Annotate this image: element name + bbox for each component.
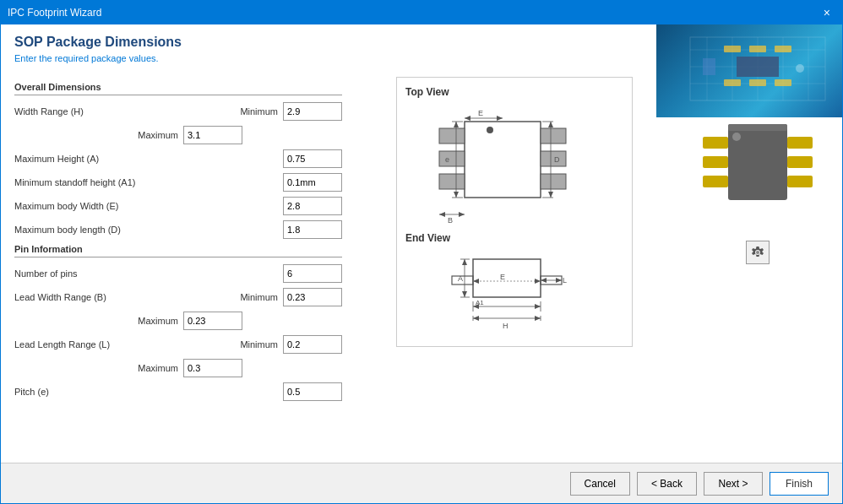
svg-text:D: D	[554, 155, 560, 164]
lead-length-min-input[interactable]	[283, 335, 342, 354]
svg-marker-30	[454, 192, 459, 198]
svg-rect-76	[703, 137, 728, 149]
svg-point-83	[732, 133, 741, 141]
max-body-width-row: Maximum body Width (E)	[14, 197, 342, 215]
num-pins-label: Number of pins	[14, 268, 283, 279]
svg-marker-44	[459, 212, 465, 217]
svg-marker-72	[541, 278, 547, 283]
end-view-diagram: A A1 H E	[405, 251, 608, 335]
svg-marker-57	[462, 259, 467, 265]
svg-rect-79	[787, 137, 813, 149]
back-button[interactable]: < Back	[637, 472, 697, 496]
cancel-button[interactable]: Cancel	[570, 472, 630, 496]
width-min-sublabel: Minimum	[232, 106, 283, 117]
svg-rect-18	[465, 122, 541, 198]
lead-length-row: Lead Length Range (L) Minimum	[14, 335, 342, 354]
max-body-width-input[interactable]	[283, 197, 342, 215]
svg-rect-20	[439, 151, 465, 166]
lead-width-row: Lead Width Range (B) Minimum	[14, 288, 342, 306]
svg-marker-58	[462, 291, 467, 297]
width-max-sublabel: Maximum	[133, 130, 183, 140]
max-body-length-label: Maximum body length (D)	[14, 225, 283, 235]
width-min-input[interactable]	[283, 102, 342, 121]
lead-length-max-row: Maximum	[14, 359, 342, 377]
page-subtitle: Enter the required package values.	[14, 53, 829, 63]
lead-width-min-input[interactable]	[283, 288, 342, 306]
svg-rect-46	[473, 259, 541, 297]
diagram-box: Top View	[396, 77, 633, 347]
svg-text:A: A	[458, 274, 463, 283]
svg-marker-53	[535, 304, 541, 309]
svg-text:E: E	[478, 109, 483, 117]
svg-point-25	[487, 127, 493, 133]
left-panel: Overall Dimensions Width Range (H) Minim…	[1, 70, 356, 463]
svg-marker-29	[454, 122, 459, 127]
svg-point-16	[796, 64, 804, 73]
min-standoff-input[interactable]	[283, 173, 342, 192]
svg-marker-39	[548, 122, 553, 127]
svg-rect-22	[541, 128, 566, 144]
end-view-label: End View	[405, 232, 623, 244]
lead-width-min-sublabel: Minimum	[232, 292, 283, 302]
svg-point-84	[756, 251, 759, 254]
width-range-row: Width Range (H) Minimum	[14, 102, 342, 121]
svg-text:B: B	[448, 216, 453, 223]
svg-rect-12	[724, 79, 741, 86]
lead-width-max-input[interactable]	[183, 312, 242, 330]
svg-text:L: L	[563, 276, 567, 285]
overall-dimensions-header: Overall Dimensions	[14, 82, 342, 95]
max-height-input[interactable]	[283, 149, 342, 168]
svg-marker-34	[497, 116, 503, 121]
svg-text:A1: A1	[476, 299, 484, 306]
lead-width-max-row: Maximum	[14, 312, 342, 330]
svg-rect-78	[703, 176, 728, 187]
next-button[interactable]: Next >	[704, 472, 763, 496]
top-view-label: Top View	[405, 86, 623, 98]
width-max-input[interactable]	[183, 126, 242, 144]
lead-length-max-sublabel: Maximum	[133, 363, 183, 373]
top-view-diagram: e E D B	[405, 105, 608, 223]
main-window: IPC Footprint Wizard ×	[0, 0, 843, 504]
svg-marker-73	[556, 278, 562, 283]
num-pins-input[interactable]	[283, 264, 342, 283]
lead-width-label: Lead Width Range (B)	[14, 292, 232, 302]
finish-button[interactable]: Finish	[770, 472, 829, 496]
lead-width-max-sublabel: Maximum	[133, 316, 183, 326]
svg-rect-23	[541, 151, 566, 166]
svg-rect-81	[787, 176, 813, 187]
content-area: Overall Dimensions Width Range (H) Minim…	[1, 70, 842, 463]
min-standoff-row: Minimum standoff height (A1)	[14, 173, 342, 192]
lead-length-label: Lead Length Range (L)	[14, 339, 232, 350]
pitch-row: Pitch (e)	[14, 382, 342, 401]
svg-marker-63	[535, 316, 541, 321]
svg-rect-80	[787, 156, 813, 168]
max-height-row: Maximum Height (A)	[14, 149, 342, 168]
max-body-width-label: Maximum body Width (E)	[14, 201, 283, 211]
svg-rect-19	[439, 128, 465, 144]
lead-length-min-sublabel: Minimum	[232, 339, 283, 350]
max-height-label: Maximum Height (A)	[14, 154, 283, 164]
svg-marker-62	[473, 316, 479, 321]
svg-text:e: e	[445, 155, 449, 164]
pin-information-header: Pin Information	[14, 244, 342, 257]
lead-length-max-input[interactable]	[183, 359, 242, 377]
close-button[interactable]: ×	[819, 4, 835, 21]
window-title: IPC Footprint Wizard	[8, 7, 101, 19]
max-body-length-input[interactable]	[283, 220, 342, 239]
pitch-label: Pitch (e)	[14, 387, 283, 397]
min-standoff-label: Minimum standoff height (A1)	[14, 177, 283, 187]
svg-marker-33	[465, 116, 470, 121]
svg-rect-82	[728, 124, 787, 131]
svg-rect-14	[775, 79, 791, 86]
max-body-length-row: Maximum body length (D)	[14, 220, 342, 239]
svg-marker-40	[548, 192, 553, 198]
svg-marker-43	[439, 212, 445, 217]
svg-rect-13	[749, 79, 766, 86]
right-panel: Preview	[673, 70, 842, 463]
svg-rect-24	[541, 174, 566, 189]
page-title: SOP Package Dimensions	[14, 35, 829, 50]
preview-settings-button[interactable]	[746, 241, 770, 264]
svg-rect-77	[703, 156, 728, 168]
pitch-input[interactable]	[283, 382, 342, 401]
header-section: SOP Package Dimensions Enter the require…	[1, 24, 842, 70]
